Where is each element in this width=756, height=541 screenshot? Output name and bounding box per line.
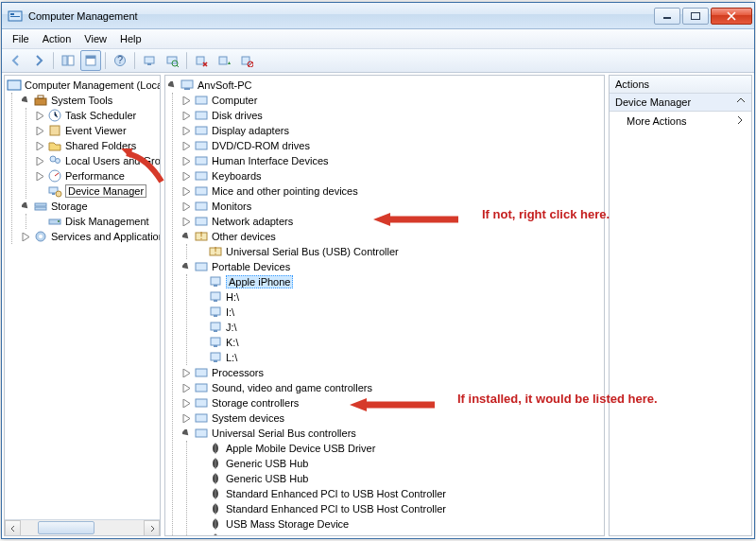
twisty-icon[interactable] [181,428,192,439]
twisty-icon[interactable] [181,111,192,121]
twisty-icon[interactable] [181,262,192,272]
device-node[interactable]: Universal Serial Bus controllers [181,426,604,441]
device-node[interactable]: DVD/CD-ROM drives [181,138,604,153]
device-node[interactable]: Human Interface Devices [181,153,604,168]
collapse-icon[interactable] [35,171,45,182]
device-node[interactable]: Computer [181,93,604,108]
menu-help[interactable]: Help [113,31,148,46]
device-node[interactable]: J:\ [196,320,604,335]
device-node[interactable]: L:\ [196,350,604,365]
help-button[interactable]: ? [110,50,130,71]
titlebar[interactable]: Computer Management [2,3,754,29]
tree-services-apps[interactable]: Services and Applications [21,229,160,244]
collapse-icon[interactable] [35,156,45,166]
maximize-button[interactable] [682,8,709,25]
device-node[interactable]: AnvSoft-PC [167,78,604,93]
close-button[interactable] [711,8,752,25]
device-node[interactable]: Mice and other pointing devices [181,183,604,199]
toolbar-separator [105,52,106,69]
expand-icon[interactable] [21,96,31,106]
minimize-button[interactable] [654,8,680,25]
scroll-left-button[interactable] [5,520,21,536]
twisty-icon[interactable] [181,96,192,106]
tree-root[interactable]: Computer Management (Local [7,78,160,93]
menu-view[interactable]: View [77,31,113,46]
collapse-icon[interactable] [21,232,31,242]
twisty-icon[interactable] [181,141,192,151]
update-driver-button[interactable] [214,50,234,71]
tree-task-scheduler[interactable]: Task Scheduler [35,108,160,123]
twisty-icon[interactable] [181,232,192,242]
tree-device-manager[interactable]: Device Manager [35,183,160,199]
collapse-icon[interactable] [35,141,45,151]
scroll-track[interactable] [21,520,144,535]
tree-local-users[interactable]: Local Users and Groups [35,153,160,168]
device-node[interactable]: Display adapters [181,123,604,138]
device-tree[interactable]: AnvSoft-PC Computer Disk drives Display … [165,76,604,536]
disable-button[interactable] [236,50,257,71]
collapse-icon[interactable] [35,111,45,121]
device-node[interactable]: H:\ [196,289,604,305]
twisty-icon[interactable] [181,156,192,166]
device-node[interactable]: Network adapters [181,214,604,229]
device-node[interactable]: ! Other devices [181,229,604,244]
computer-icon[interactable] [139,50,160,71]
twisty-icon[interactable] [181,201,192,212]
show-hide-tree-button[interactable] [58,50,78,71]
device-label: Other devices [212,231,276,242]
actions-more[interactable]: More Actions [610,112,751,131]
actions-section-title[interactable]: Device Manager [610,94,751,112]
twisty-icon[interactable] [181,186,192,197]
device-node[interactable]: I:\ [196,305,604,320]
twisty-icon[interactable] [181,368,192,378]
device-node[interactable]: Disk drives [181,108,604,123]
tree-label: Disk Management [65,216,149,227]
device-node[interactable]: ! Universal Serial Bus (USB) Controller [196,244,604,259]
device-node[interactable]: Sound, video and game controllers [181,380,604,395]
tree-event-viewer[interactable]: Event Viewer [35,123,160,138]
device-node[interactable]: Keyboards [181,168,604,183]
scan-hardware-button[interactable] [162,50,182,71]
tree-shared-folders[interactable]: Shared Folders [35,138,160,153]
horizontal-scrollbar[interactable] [5,519,160,535]
twisty-icon[interactable] [181,171,192,182]
twisty-icon[interactable] [181,413,192,424]
collapse-icon[interactable] [35,126,45,136]
device-node[interactable]: Storage controllers [181,395,604,410]
uninstall-button[interactable] [191,50,212,71]
device-node[interactable]: Standard Enhanced PCI to USB Host Contro… [196,486,604,501]
device-node[interactable]: Standard Enhanced PCI to USB Host Contro… [196,501,604,516]
twisty-icon[interactable] [181,217,192,227]
device-node[interactable]: Generic USB Hub [196,471,604,486]
menu-action[interactable]: Action [36,31,78,46]
forward-button[interactable] [28,50,49,71]
tree-performance[interactable]: Performance [35,168,160,183]
device-node[interactable]: USB Root Hub [196,532,604,536]
expand-icon[interactable] [21,201,31,212]
console-tree[interactable]: Computer Management (Local System Tools [5,76,160,246]
properties-button[interactable] [80,50,101,71]
device-node[interactable]: Apple iPhone [196,274,604,289]
device-node[interactable]: Apple Mobile Device USB Driver [196,441,604,456]
tree-disk-management[interactable]: Disk Management [35,214,160,229]
twisty-icon[interactable] [181,126,192,136]
device-node[interactable]: USB Mass Storage Device [196,516,604,532]
device-node[interactable]: Portable Devices [181,259,604,274]
device-node[interactable]: Generic USB Hub [196,456,604,471]
scroll-right-button[interactable] [144,520,160,536]
tree-system-tools[interactable]: System Tools [21,93,160,108]
device-node[interactable]: K:\ [196,335,604,350]
twisty-icon[interactable] [181,398,192,409]
collapse-icon[interactable] [736,96,746,108]
device-icon [208,441,223,456]
device-icon [194,259,209,274]
scroll-thumb[interactable] [38,521,94,534]
device-node[interactable]: Processors [181,365,604,380]
twisty-icon[interactable] [167,80,178,91]
tree-storage[interactable]: Storage [21,199,160,214]
twisty-icon[interactable] [181,383,192,393]
device-node[interactable]: Monitors [181,199,604,214]
device-node[interactable]: System devices [181,410,604,426]
menu-file[interactable]: File [6,31,36,46]
back-button[interactable] [6,50,26,71]
